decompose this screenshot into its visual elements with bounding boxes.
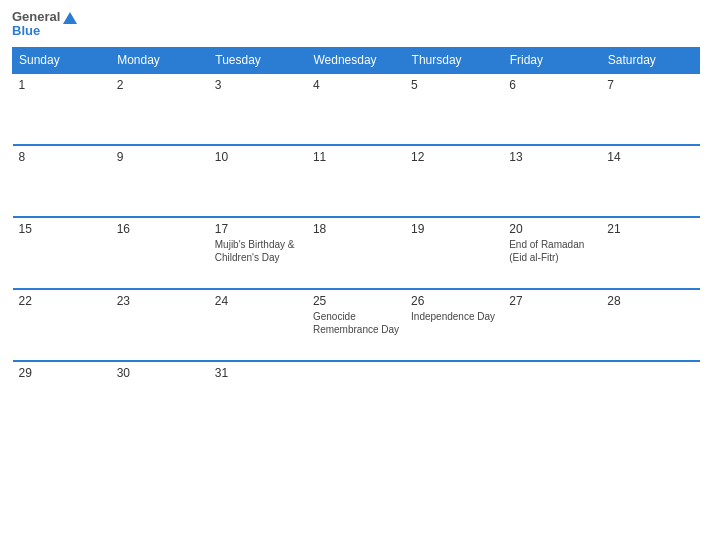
day-number: 15 <box>19 222 105 236</box>
calendar-cell: 2 <box>111 73 209 145</box>
day-number: 23 <box>117 294 203 308</box>
col-sunday: Sunday <box>13 47 111 73</box>
calendar-cell: 25Genocide Remembrance Day <box>307 289 405 361</box>
day-number: 11 <box>313 150 399 164</box>
day-number: 14 <box>607 150 693 164</box>
calendar-cell: 13 <box>503 145 601 217</box>
calendar-cell: 19 <box>405 217 503 289</box>
calendar-cell: 14 <box>601 145 699 217</box>
day-number: 10 <box>215 150 301 164</box>
calendar-cell: 27 <box>503 289 601 361</box>
calendar-cell: 3 <box>209 73 307 145</box>
calendar-cell: 11 <box>307 145 405 217</box>
day-number: 8 <box>19 150 105 164</box>
calendar-cell: 30 <box>111 361 209 433</box>
calendar-cell: 6 <box>503 73 601 145</box>
calendar-cell: 29 <box>13 361 111 433</box>
col-wednesday: Wednesday <box>307 47 405 73</box>
calendar-cell: 31 <box>209 361 307 433</box>
calendar-cell <box>405 361 503 433</box>
logo-blue: Blue <box>12 24 77 38</box>
calendar-cell: 9 <box>111 145 209 217</box>
calendar-week-row: 293031 <box>13 361 700 433</box>
weekday-header-row: Sunday Monday Tuesday Wednesday Thursday… <box>13 47 700 73</box>
day-number: 16 <box>117 222 203 236</box>
calendar-cell: 10 <box>209 145 307 217</box>
calendar-cell <box>503 361 601 433</box>
day-number: 31 <box>215 366 301 380</box>
day-number: 18 <box>313 222 399 236</box>
col-saturday: Saturday <box>601 47 699 73</box>
day-number: 13 <box>509 150 595 164</box>
logo-general: General <box>12 10 60 24</box>
event-text: Genocide Remembrance Day <box>313 310 399 336</box>
day-number: 4 <box>313 78 399 92</box>
calendar-cell <box>601 361 699 433</box>
event-text: End of Ramadan (Eid al-Fitr) <box>509 238 595 264</box>
day-number: 29 <box>19 366 105 380</box>
logo-triangle-icon <box>63 12 77 24</box>
calendar-table: Sunday Monday Tuesday Wednesday Thursday… <box>12 47 700 433</box>
calendar-week-row: 22232425Genocide Remembrance Day26Indepe… <box>13 289 700 361</box>
col-thursday: Thursday <box>405 47 503 73</box>
day-number: 22 <box>19 294 105 308</box>
calendar-cell: 8 <box>13 145 111 217</box>
event-text: Independence Day <box>411 310 497 323</box>
day-number: 2 <box>117 78 203 92</box>
col-monday: Monday <box>111 47 209 73</box>
calendar-cell: 15 <box>13 217 111 289</box>
logo: General Blue <box>12 10 77 39</box>
calendar-cell: 12 <box>405 145 503 217</box>
calendar-cell: 16 <box>111 217 209 289</box>
day-number: 1 <box>19 78 105 92</box>
day-number: 5 <box>411 78 497 92</box>
day-number: 7 <box>607 78 693 92</box>
calendar-cell: 5 <box>405 73 503 145</box>
day-number: 17 <box>215 222 301 236</box>
col-friday: Friday <box>503 47 601 73</box>
day-number: 25 <box>313 294 399 308</box>
day-number: 27 <box>509 294 595 308</box>
calendar-cell: 17Mujib's Birthday & Children's Day <box>209 217 307 289</box>
calendar-week-row: 151617Mujib's Birthday & Children's Day1… <box>13 217 700 289</box>
day-number: 19 <box>411 222 497 236</box>
calendar-cell: 23 <box>111 289 209 361</box>
day-number: 26 <box>411 294 497 308</box>
calendar-cell: 20End of Ramadan (Eid al-Fitr) <box>503 217 601 289</box>
calendar-cell: 18 <box>307 217 405 289</box>
day-number: 28 <box>607 294 693 308</box>
day-number: 24 <box>215 294 301 308</box>
event-text: Mujib's Birthday & Children's Day <box>215 238 301 264</box>
day-number: 3 <box>215 78 301 92</box>
day-number: 12 <box>411 150 497 164</box>
calendar-cell: 24 <box>209 289 307 361</box>
day-number: 30 <box>117 366 203 380</box>
calendar-cell: 1 <box>13 73 111 145</box>
day-number: 20 <box>509 222 595 236</box>
calendar-cell <box>307 361 405 433</box>
calendar-cell: 26Independence Day <box>405 289 503 361</box>
col-tuesday: Tuesday <box>209 47 307 73</box>
day-number: 9 <box>117 150 203 164</box>
calendar-week-row: 1234567 <box>13 73 700 145</box>
calendar-cell: 22 <box>13 289 111 361</box>
calendar-header: General Blue <box>12 10 700 39</box>
calendar-week-row: 891011121314 <box>13 145 700 217</box>
day-number: 6 <box>509 78 595 92</box>
calendar-cell: 28 <box>601 289 699 361</box>
calendar-cell: 4 <box>307 73 405 145</box>
calendar-cell: 7 <box>601 73 699 145</box>
day-number: 21 <box>607 222 693 236</box>
calendar-cell: 21 <box>601 217 699 289</box>
calendar-page: General Blue Sunday Monday Tuesday Wedne… <box>0 0 712 550</box>
